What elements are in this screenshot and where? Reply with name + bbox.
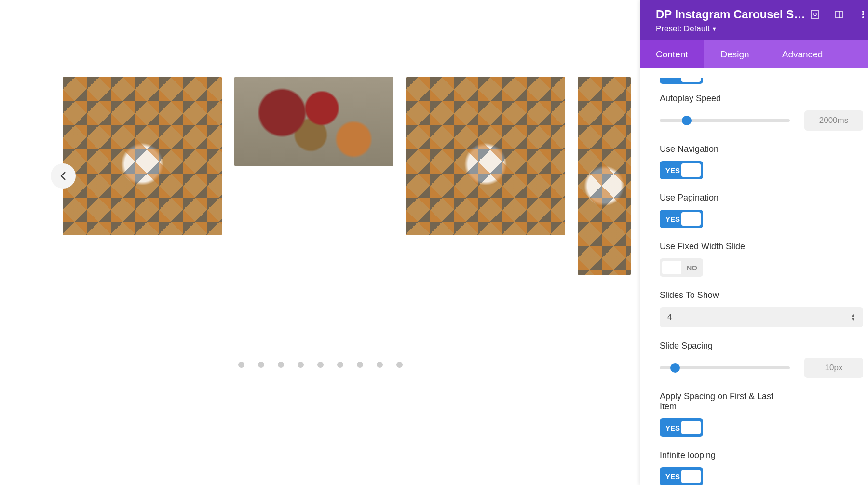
pagination-dot[interactable] [278,362,284,368]
carousel-slide[interactable] [234,77,393,166]
pagination-dot[interactable] [396,362,403,368]
slide-spacing-value[interactable]: 10px [804,358,863,378]
infinite-looping-label: Infinite looping [660,450,863,460]
use-navigation-toggle[interactable]: YES [660,161,703,179]
pagination-dot[interactable] [258,362,264,368]
tab-advanced[interactable]: Advanced [767,40,839,68]
carousel-slide[interactable] [406,77,565,235]
expand-icon[interactable] [810,10,820,19]
pagination-dot[interactable] [377,362,383,368]
chevron-down-icon: ▼ [712,26,717,32]
apply-spacing-label: Apply Spacing on First & Last Item [660,391,785,412]
slide-spacing-label: Slide Spacing [660,341,863,351]
responsive-icon[interactable] [834,10,844,19]
carousel-pagination [238,362,403,368]
preset-value: Default [684,24,710,34]
autoplay-speed-value[interactable]: 2000ms [804,110,863,131]
pagination-dot[interactable] [238,362,244,368]
use-pagination-toggle[interactable]: YES [660,210,703,228]
use-navigation-label: Use Navigation [660,144,863,154]
pagination-dot[interactable] [357,362,363,368]
more-icon[interactable] [858,10,868,19]
tab-content[interactable]: Content [640,40,704,68]
use-fixed-width-label: Use Fixed Width Slide [660,242,863,252]
pagination-dot[interactable] [337,362,343,368]
svg-point-6 [862,16,864,18]
select-arrows-icon: ▲ ▼ [851,313,855,321]
carousel-slides [10,77,631,275]
svg-point-5 [862,13,864,15]
partial-toggle-cutoff[interactable] [660,78,703,84]
autoplay-speed-label: Autoplay Speed [660,94,863,104]
panel-header: DP Instagram Carousel Sett... [640,0,868,40]
use-pagination-label: Use Pagination [660,193,863,203]
panel-title: DP Instagram Carousel Sett... [656,8,810,21]
svg-point-4 [862,11,864,13]
slide-spacing-slider[interactable] [660,366,790,369]
settings-body: Autoplay Speed 2000ms Use Navigation YES… [640,68,868,485]
carousel-slide[interactable] [63,77,222,235]
svg-rect-0 [811,11,819,18]
use-fixed-width-toggle[interactable]: NO [660,258,703,277]
pagination-dot[interactable] [298,362,304,368]
preview-area [0,0,640,485]
autoplay-speed-slider[interactable] [660,119,790,122]
tab-design[interactable]: Design [704,40,767,68]
carousel-prev-button[interactable] [51,163,76,189]
carousel-slide[interactable] [578,77,631,275]
tabs: Content Design Advanced [640,40,868,68]
pagination-dot[interactable] [317,362,324,368]
slides-to-show-label: Slides To Show [660,290,863,300]
slides-to-show-select[interactable]: 4 ▲ ▼ [660,307,863,327]
infinite-looping-toggle[interactable]: YES [660,467,703,485]
preset-label: Preset: [656,24,682,34]
apply-spacing-toggle[interactable]: YES [660,418,703,437]
preset-selector[interactable]: Preset: Default ▼ [656,24,868,34]
svg-point-1 [814,13,816,16]
carousel-container [10,77,631,275]
settings-panel: DP Instagram Carousel Sett... [640,0,868,485]
